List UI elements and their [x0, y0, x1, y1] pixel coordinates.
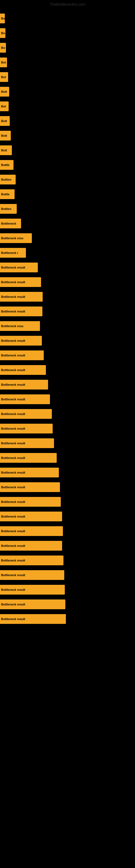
bar-label: Bottleneck result [1, 280, 25, 284]
bar-item[interactable]: Bottlen [0, 175, 16, 184]
bar-item[interactable]: Bottleneck result [0, 365, 46, 375]
bar-item[interactable]: Bott [0, 145, 12, 155]
bar-row: Bottleneck result [0, 290, 135, 304]
bar-label: Bottlen [1, 178, 11, 181]
bar-item[interactable]: Bottle [0, 189, 14, 199]
bar-row: Bottleneck r [0, 246, 135, 260]
bar-row: Bottleneck result [0, 495, 135, 509]
bar-item[interactable]: Bottleneck result [0, 512, 62, 521]
bar-row: Bot [0, 99, 135, 113]
bar-item[interactable]: Bottleneck result [0, 307, 42, 316]
bar-item[interactable]: Bot [0, 72, 8, 82]
bar-row: Bottleneck [0, 216, 135, 230]
bar-row: Bottleneck result [0, 436, 135, 450]
bar-label: Bottleneck [1, 222, 16, 225]
bar-label: Bottleneck result [1, 603, 25, 606]
bar-row: Bott [0, 114, 135, 128]
bar-item[interactable]: Bo [0, 43, 6, 53]
bar-row: Bottleneck resu [0, 231, 135, 245]
bar-item[interactable]: Bot [0, 58, 7, 67]
bar-item[interactable]: Bottleneck result [0, 453, 57, 463]
bar-label: Bott [1, 134, 7, 137]
bar-item[interactable]: Bott [0, 87, 9, 97]
bar-item[interactable]: Bottleneck result [0, 497, 61, 507]
bar-row: Bottleneck result [0, 612, 135, 626]
bar-label: Bottleneck result [1, 266, 25, 269]
bar-item[interactable]: Bott [0, 116, 10, 126]
bar-item[interactable]: Bot [0, 101, 9, 111]
bar-row: Bottleneck resu [0, 319, 135, 333]
bar-item[interactable]: Bottlen [0, 204, 17, 214]
bar-item[interactable]: Bottleneck result [0, 556, 63, 565]
bar-item[interactable]: Bottleneck result [0, 599, 65, 609]
bar-item[interactable]: Bottleneck result [0, 438, 54, 448]
bars-container: BoBoBoBotBotBottBotBottBottBottBottleBot… [0, 9, 135, 629]
bar-label: Bottle [1, 193, 9, 196]
bar-label: Bottleneck result [1, 398, 25, 401]
bar-label: Bot [1, 105, 6, 108]
bar-item[interactable]: Bottleneck result [0, 394, 50, 404]
bar-item[interactable]: Bottle [0, 160, 13, 170]
bar-row: Bottleneck result [0, 304, 135, 318]
bar-label: Bottleneck result [1, 617, 25, 621]
bar-label: Bot [1, 75, 6, 79]
bar-label: Bottleneck result [1, 310, 25, 313]
bar-item[interactable]: Bottleneck result [0, 424, 53, 433]
bar-label: Bottleneck result [1, 295, 25, 299]
bar-row: Bottleneck result [0, 480, 135, 494]
bar-item[interactable]: Bottleneck result [0, 262, 38, 272]
bar-item[interactable]: Bott [0, 131, 11, 141]
bar-item[interactable]: Bottleneck result [0, 292, 43, 302]
title-text: TheBottlenecker.com [50, 2, 85, 6]
bar-label: Bottleneck resu [1, 324, 24, 328]
bar-item[interactable]: Bottleneck result [0, 336, 42, 346]
bar-label: Bott [1, 149, 7, 152]
bar-item[interactable]: Bottleneck result [0, 482, 60, 492]
bar-item[interactable]: Bo [0, 13, 5, 23]
bar-item[interactable]: Bottleneck result [0, 277, 41, 287]
bar-row: Bottleneck result [0, 260, 135, 275]
bar-row: Bot [0, 70, 135, 84]
bar-label: Bott [1, 90, 7, 93]
bar-item[interactable]: Bottleneck result [0, 526, 63, 536]
bar-label: Bottleneck result [1, 471, 25, 474]
bar-item[interactable]: Bottleneck result [0, 468, 59, 477]
bar-row: Bo [0, 41, 135, 55]
bar-label: Bottleneck result [1, 486, 25, 489]
bar-item[interactable]: Bottleneck resu [0, 233, 32, 243]
bar-row: Bottleneck result [0, 378, 135, 392]
bar-item[interactable]: Bottleneck result [0, 614, 66, 624]
bar-item[interactable]: Bottleneck result [0, 350, 44, 360]
bar-row: Bott [0, 143, 135, 157]
bar-item[interactable]: Bottleneck result [0, 585, 65, 595]
bar-item[interactable]: Bottleneck result [0, 380, 48, 390]
bar-label: Bot [1, 61, 6, 64]
bar-label: Bottleneck result [1, 442, 25, 445]
bar-label: Bottleneck result [1, 544, 25, 547]
bar-row: Bottleneck result [0, 392, 135, 406]
bar-item[interactable]: Bottleneck result [0, 541, 62, 551]
bar-item[interactable]: Bo [0, 28, 5, 38]
bar-row: Bo [0, 11, 135, 26]
site-title: TheBottlenecker.com [0, 0, 135, 9]
bar-item[interactable]: Bottleneck resu [0, 321, 40, 331]
bar-label: Bottleneck result [1, 574, 25, 577]
bar-row: Bottle [0, 187, 135, 201]
bar-row: Bottleneck result [0, 451, 135, 465]
bar-row: Bottleneck result [0, 422, 135, 436]
bar-row: Bottleneck result [0, 334, 135, 348]
bar-item[interactable]: Bottleneck result [0, 570, 64, 580]
bar-label: Bottleneck result [1, 456, 25, 460]
bar-item[interactable]: Bottleneck result [0, 409, 52, 419]
bar-label: Bottleneck resu [1, 237, 24, 240]
bar-row: Bottleneck result [0, 553, 135, 567]
bar-label: Bott [1, 119, 7, 123]
bar-row: Bot [0, 55, 135, 69]
bar-label: Bottleneck result [1, 383, 25, 386]
bar-row: Bottleneck result [0, 583, 135, 597]
bar-item[interactable]: Bottleneck [0, 219, 21, 228]
bar-row: Bottleneck result [0, 348, 135, 362]
bar-label: Bottleneck result [1, 412, 25, 415]
bar-item[interactable]: Bottleneck r [0, 248, 26, 258]
bar-label: Bottleneck result [1, 354, 25, 357]
